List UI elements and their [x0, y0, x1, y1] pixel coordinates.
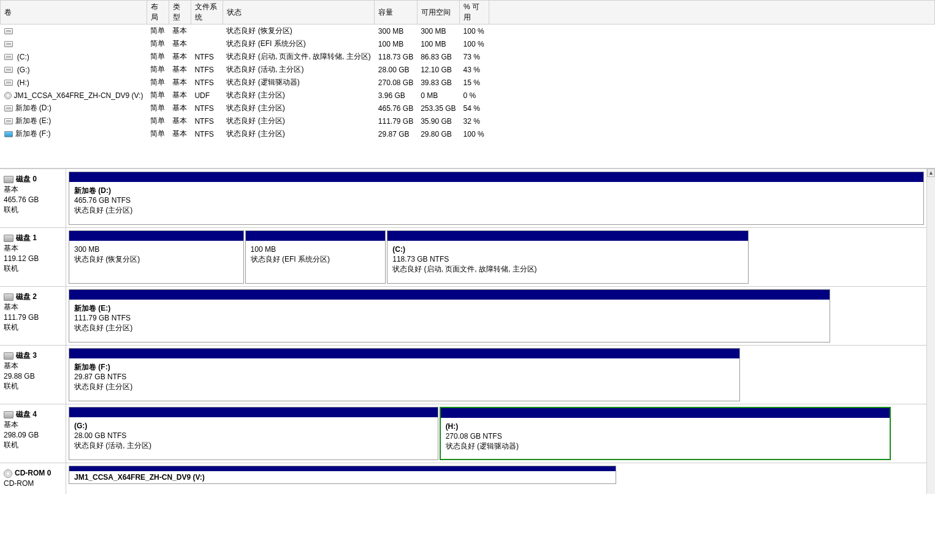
- disk-partitions: 300 MB状态良好 (恢复分区)100 MB状态良好 (EFI 系统分区) (…: [66, 228, 926, 286]
- volume-icon: [4, 131, 13, 137]
- cell-status: 状态良好 (主分区): [223, 89, 374, 102]
- cell-fs: NTFS: [191, 115, 223, 127]
- disk-state: 联机: [4, 205, 62, 215]
- disk-info[interactable]: 磁盘 1基本119.12 GB联机: [0, 228, 66, 286]
- disk-state: 联机: [4, 263, 62, 274]
- disk-type: 基本: [4, 361, 62, 371]
- disk-size: 119.12 GB: [4, 254, 62, 264]
- partition[interactable]: JM1_CCSA_X64FRE_ZH-CN_DV9 (V:): [69, 466, 616, 484]
- cell-pct: 43 %: [460, 63, 489, 76]
- col-free[interactable]: 可用空间: [417, 1, 459, 25]
- partition[interactable]: 100 MB状态良好 (EFI 系统分区): [245, 230, 386, 284]
- volume-icon: [4, 92, 12, 99]
- partition[interactable]: (H:)270.08 GB NTFS状态良好 (逻辑驱动器): [440, 407, 891, 460]
- col-spacer: [489, 1, 935, 25]
- disk-icon: [4, 293, 13, 301]
- cell-type: 基本: [169, 127, 191, 140]
- partition-size: 270.08 GB NTFS: [446, 431, 885, 441]
- cell-type: 基本: [169, 76, 191, 89]
- partition-size: 465.76 GB NTFS: [74, 195, 918, 205]
- cell-fs: NTFS: [191, 63, 223, 76]
- disk-title: 磁盘 4: [16, 410, 37, 418]
- cell-pct: 32 %: [460, 115, 489, 127]
- partition-header-bar: [441, 408, 890, 418]
- table-row[interactable]: 新加卷 (E:)简单基本NTFS状态良好 (主分区)111.79 GB35.90…: [1, 115, 935, 127]
- col-type[interactable]: 类型: [169, 1, 191, 25]
- disk-icon: [4, 352, 13, 360]
- partition[interactable]: (G:)28.00 GB NTFS状态良好 (活动, 主分区): [69, 407, 438, 460]
- col-pct[interactable]: % 可用: [460, 1, 489, 25]
- volume-icon: [4, 80, 13, 86]
- disk-partitions: 新加卷 (E:)111.79 GB NTFS状态良好 (主分区): [66, 287, 926, 345]
- cell-fs: [191, 37, 223, 50]
- col-status[interactable]: 状态: [223, 1, 374, 25]
- disk-info[interactable]: 磁盘 0基本465.76 GB联机: [0, 169, 66, 227]
- partition-title: JM1_CCSA_X64FRE_ZH-CN_DV9 (V:): [74, 472, 611, 482]
- disk-info[interactable]: CD-ROM 0CD-ROM: [0, 463, 66, 494]
- disk-icon: [4, 235, 13, 242]
- cell-pct: 100 %: [460, 37, 489, 50]
- scroll-up-icon[interactable]: ▲: [927, 168, 935, 177]
- cell-layout: 简单: [147, 115, 169, 127]
- disk-info[interactable]: 磁盘 3基本29.88 GB联机: [0, 346, 66, 404]
- cell-fs: UDF: [191, 89, 223, 102]
- disk-row: 磁盘 1基本119.12 GB联机300 MB状态良好 (恢复分区)100 MB…: [0, 227, 926, 286]
- partition[interactable]: (C:)118.73 GB NTFS状态良好 (启动, 页面文件, 故障转储, …: [387, 230, 749, 284]
- disk-row: 磁盘 4基本298.09 GB联机 (G:)28.00 GB NTFS状态良好 …: [0, 404, 926, 463]
- volume-name: (H:): [15, 78, 29, 87]
- disk-state: 联机: [4, 322, 62, 333]
- cell-status: 状态良好 (主分区): [223, 115, 374, 127]
- partition-status: 状态良好 (恢复分区): [74, 254, 239, 264]
- scrollbar[interactable]: ▲: [926, 168, 935, 494]
- cell-pct: 100 %: [460, 25, 489, 38]
- table-row[interactable]: 新加卷 (D:)简单基本NTFS状态良好 (主分区)465.76 GB253.3…: [1, 102, 935, 115]
- disk-partitions: (G:)28.00 GB NTFS状态良好 (活动, 主分区) (H:)270.…: [66, 404, 926, 463]
- partition-status: 状态良好 (EFI 系统分区): [251, 254, 381, 264]
- cell-pct: 73 %: [460, 50, 489, 63]
- col-volume[interactable]: 卷: [1, 1, 147, 25]
- volume-name: 新加卷 (D:): [15, 104, 52, 112]
- cell-free: 86.83 GB: [417, 50, 459, 63]
- disk-icon: [4, 469, 12, 478]
- volume-icon: [4, 118, 13, 124]
- cell-type: 基本: [169, 115, 191, 127]
- partition-size: 29.87 GB NTFS: [74, 372, 735, 382]
- cell-layout: 简单: [147, 50, 169, 63]
- volume-table[interactable]: 卷 布局 类型 文件系统 状态 容量 可用空间 % 可用 简单基本状态良好 (恢…: [0, 0, 935, 140]
- disk-title: CD-ROM 0: [15, 469, 51, 477]
- col-fs[interactable]: 文件系统: [191, 1, 223, 25]
- partition-status: 状态良好 (主分区): [74, 323, 825, 333]
- partition[interactable]: 300 MB状态良好 (恢复分区): [69, 230, 244, 284]
- partition[interactable]: 新加卷 (E:)111.79 GB NTFS状态良好 (主分区): [69, 289, 830, 342]
- table-row[interactable]: 简单基本状态良好 (EFI 系统分区)100 MB100 MB100 %: [1, 37, 935, 50]
- cell-free: 29.80 GB: [417, 127, 459, 140]
- table-row[interactable]: 简单基本状态良好 (恢复分区)300 MB300 MB100 %: [1, 25, 935, 38]
- disk-info[interactable]: 磁盘 4基本298.09 GB联机: [0, 404, 66, 463]
- partition[interactable]: 新加卷 (F:)29.87 GB NTFS状态良好 (主分区): [69, 348, 740, 401]
- disk-title: 磁盘 3: [16, 351, 37, 360]
- disk-size: 29.88 GB: [4, 371, 62, 382]
- partition-size: 118.73 GB NTFS: [392, 254, 743, 264]
- cell-capacity: 300 MB: [375, 25, 417, 38]
- table-row[interactable]: JM1_CCSA_X64FRE_ZH-CN_DV9 (V:)简单基本UDF状态良…: [1, 89, 935, 102]
- volume-name: (C:): [15, 53, 29, 61]
- col-capacity[interactable]: 容量: [375, 1, 417, 25]
- cell-fs: NTFS: [191, 76, 223, 89]
- partition[interactable]: 新加卷 (D:)465.76 GB NTFS状态良好 (主分区): [69, 172, 924, 225]
- table-row[interactable]: (C:)简单基本NTFS状态良好 (启动, 页面文件, 故障转储, 主分区)11…: [1, 50, 935, 63]
- disk-type: 基本: [4, 184, 62, 195]
- disk-size: 111.79 GB: [4, 312, 62, 323]
- table-row[interactable]: (G:)简单基本NTFS状态良好 (活动, 主分区)28.00 GB12.10 …: [1, 63, 935, 76]
- cell-capacity: 3.96 GB: [375, 89, 417, 102]
- table-row[interactable]: 新加卷 (F:)简单基本NTFS状态良好 (主分区)29.87 GB29.80 …: [1, 127, 935, 140]
- partition-title: 新加卷 (E:): [74, 303, 825, 313]
- cell-type: 基本: [169, 89, 191, 102]
- volume-name: 新加卷 (E:): [15, 116, 52, 125]
- disk-info[interactable]: 磁盘 2基本111.79 GB联机: [0, 287, 66, 345]
- cell-layout: 简单: [147, 76, 169, 89]
- col-layout[interactable]: 布局: [147, 1, 169, 25]
- cell-free: 100 MB: [417, 37, 459, 50]
- cell-capacity: 100 MB: [375, 37, 417, 50]
- table-row[interactable]: (H:)简单基本NTFS状态良好 (逻辑驱动器)270.08 GB39.83 G…: [1, 76, 935, 89]
- volume-icon: [4, 67, 13, 73]
